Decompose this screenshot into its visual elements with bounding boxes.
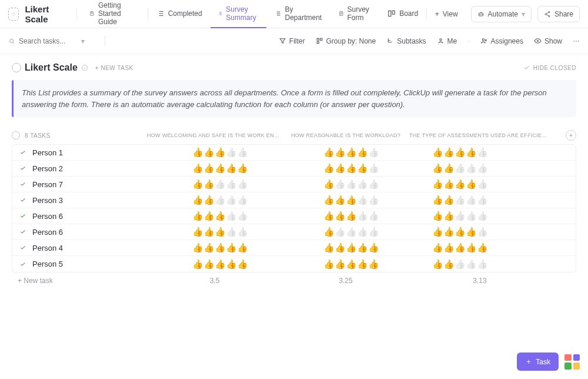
view-label: Getting Started Guide (98, 1, 139, 26)
rating-thumbs[interactable]: 👍👍👍👍👍 (323, 242, 379, 253)
table-row[interactable]: Person 6👍👍👍👍👍👍👍👍👍👍👍👍👍👍👍 (12, 208, 576, 224)
table-row[interactable]: Person 3👍👍👍👍👍👍👍👍👍👍👍👍👍👍👍 (12, 192, 576, 208)
table-row[interactable]: Person 4👍👍👍👍👍👍👍👍👍👍👍👍👍👍👍 (12, 240, 576, 256)
task-name[interactable]: Person 3 (32, 196, 148, 205)
search-wrap: ▾ (8, 37, 96, 45)
status-circle-icon[interactable] (12, 63, 21, 72)
view-tab-completed[interactable]: Completed (149, 0, 209, 28)
task-name[interactable]: Person 7 (32, 180, 148, 189)
apps-launcher[interactable] (564, 354, 580, 370)
rating-thumbs[interactable]: 👍👍👍👍👍 (432, 242, 488, 253)
svg-point-15 (439, 39, 441, 41)
rating-thumbs[interactable]: 👍👍👍👍👍 (192, 195, 248, 205)
svg-point-0 (12, 13, 15, 15)
column-header-q1[interactable]: HOW WELCOMING AND SAFE IS THE WORK ENVIR… (147, 132, 282, 138)
divider (426, 8, 427, 20)
view-tab-survey-form[interactable]: Survey Form (332, 0, 379, 28)
rating-thumbs[interactable]: 👍👍👍👍👍 (432, 147, 488, 158)
divider (76, 8, 77, 20)
rating-thumbs[interactable]: 👍👍👍👍👍 (192, 227, 248, 237)
rating-thumbs[interactable]: 👍👍👍👍👍 (192, 163, 248, 174)
table-row[interactable]: Person 7👍👍👍👍👍👍👍👍👍👍👍👍👍👍👍 (12, 177, 576, 192)
table-row[interactable]: Person 6👍👍👍👍👍👍👍👍👍👍👍👍👍👍👍 (12, 224, 576, 240)
fab-area: ＋ Task (517, 353, 580, 371)
dot-separator: · (467, 37, 469, 45)
rating-thumbs[interactable]: 👍👍👍👍👍 (323, 147, 379, 158)
rating-thumbs[interactable]: 👍👍👍👍👍 (432, 163, 488, 174)
list-icon (275, 9, 281, 18)
status-check-icon[interactable] (18, 261, 28, 268)
assignees-button[interactable]: Assignees (480, 37, 523, 45)
rating-thumbs[interactable]: 👍👍👍👍👍 (432, 227, 488, 237)
task-name[interactable]: Person 6 (32, 228, 148, 237)
group-by-button[interactable]: Group by: None (316, 37, 376, 45)
chevron-down-icon[interactable]: ▾ (81, 37, 85, 45)
create-task-fab[interactable]: ＋ Task (517, 353, 559, 371)
list-icon (218, 9, 223, 18)
status-check-icon[interactable] (18, 165, 28, 172)
rating-thumbs[interactable]: 👍👍👍👍👍 (323, 195, 379, 205)
task-name[interactable]: Person 2 (32, 164, 148, 173)
filter-icon (279, 37, 286, 45)
more-icon[interactable] (573, 38, 580, 45)
search-input[interactable] (19, 37, 78, 45)
add-column-button[interactable] (566, 130, 576, 141)
automate-button[interactable]: Automate ▾ (471, 6, 532, 22)
hide-closed-button[interactable]: HIDE CLOSED (523, 64, 576, 71)
rating-thumbs[interactable]: 👍👍👍👍👍 (323, 179, 379, 190)
svg-point-11 (10, 39, 14, 42)
status-check-icon[interactable] (18, 228, 28, 235)
rating-thumbs[interactable]: 👍👍👍👍👍 (432, 211, 488, 221)
task-name[interactable]: Person 5 (32, 260, 148, 268)
svg-rect-3 (389, 11, 391, 16)
column-header-q2[interactable]: HOW REASONABLE IS THE WORKLOAD? (287, 132, 405, 138)
me-button[interactable]: Me (437, 37, 457, 45)
workspace-icon[interactable] (8, 8, 19, 21)
rating-thumbs[interactable]: 👍👍👍👍👍 (323, 259, 379, 270)
rating-thumbs[interactable]: 👍👍👍👍👍 (192, 259, 248, 270)
workspace-title[interactable]: Likert Scale (25, 4, 65, 24)
view-tab-board[interactable]: Board (380, 0, 425, 28)
rating-thumbs[interactable]: 👍👍👍👍👍 (192, 211, 248, 221)
rating-thumbs[interactable]: 👍👍👍👍👍 (432, 195, 488, 205)
svg-point-18 (537, 40, 538, 41)
rating-thumbs[interactable]: 👍👍👍👍👍 (192, 147, 248, 158)
rating-thumbs[interactable]: 👍👍👍👍👍 (192, 242, 248, 253)
view-tab-survey-summary[interactable]: Survey Summary (211, 0, 266, 28)
rating-thumbs[interactable]: 👍👍👍👍👍 (323, 163, 379, 174)
avg-q1: 3.5 (147, 277, 282, 285)
filter-button[interactable]: Filter (279, 37, 305, 45)
show-label: Show (544, 37, 562, 45)
eye-icon (534, 37, 542, 45)
svg-rect-13 (320, 38, 322, 40)
rating-thumbs[interactable]: 👍👍👍👍👍 (432, 259, 488, 270)
subtasks-button[interactable]: Subtasks (386, 37, 426, 45)
rating-thumbs[interactable]: 👍👍👍👍👍 (323, 227, 379, 237)
add-view-button[interactable]: + View (428, 10, 465, 18)
status-check-icon[interactable] (18, 244, 28, 251)
show-button[interactable]: Show (534, 37, 562, 45)
task-name[interactable]: Person 1 (32, 148, 148, 157)
table-row[interactable]: Person 1👍👍👍👍👍👍👍👍👍👍👍👍👍👍👍 (12, 145, 576, 161)
select-all-circle[interactable] (12, 131, 20, 139)
new-task-button[interactable]: + New task (18, 277, 142, 285)
share-button[interactable]: Share (537, 6, 580, 22)
view-tab-by-department[interactable]: By Department (268, 0, 330, 28)
table-row[interactable]: Person 5👍👍👍👍👍👍👍👍👍👍👍👍👍👍👍 (12, 256, 576, 272)
svg-point-21 (578, 41, 579, 42)
status-check-icon[interactable] (18, 149, 28, 156)
table-row[interactable]: Person 2👍👍👍👍👍👍👍👍👍👍👍👍👍👍👍 (12, 161, 576, 177)
info-icon[interactable] (81, 64, 88, 71)
status-check-icon[interactable] (18, 181, 28, 188)
task-name[interactable]: Person 4 (32, 244, 148, 252)
task-name[interactable]: Person 6 (32, 212, 148, 221)
new-task-inline-button[interactable]: + NEW TASK (95, 65, 133, 71)
status-check-icon[interactable] (18, 197, 28, 204)
rating-thumbs[interactable]: 👍👍👍👍👍 (323, 211, 379, 221)
rating-thumbs[interactable]: 👍👍👍👍👍 (192, 179, 248, 190)
view-tab-getting-started[interactable]: Getting Started Guide (82, 0, 146, 28)
column-header-q3[interactable]: THE TYPE OF ASSESSMENTS USED ARE EFFICIE… (409, 132, 550, 138)
svg-point-19 (574, 41, 575, 42)
status-check-icon[interactable] (18, 212, 28, 220)
rating-thumbs[interactable]: 👍👍👍👍👍 (432, 179, 488, 190)
